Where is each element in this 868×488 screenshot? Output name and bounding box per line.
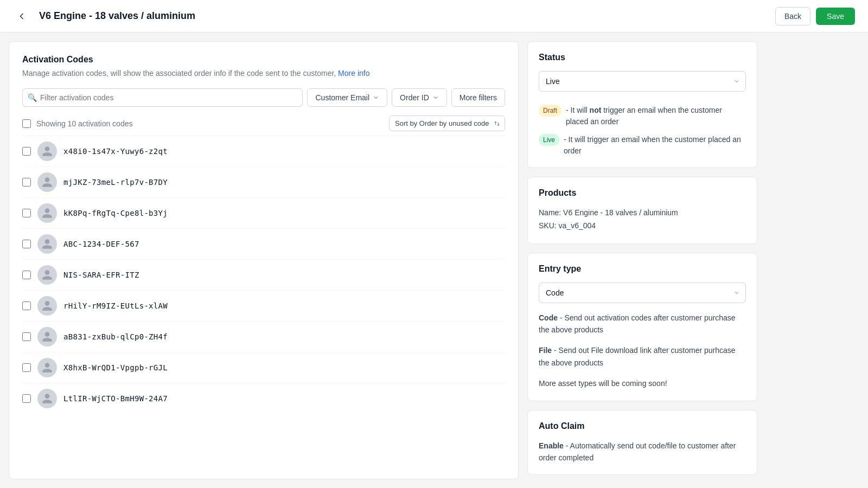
code-value: mjJKZ-73meL-rlp7v-B7DY <box>63 178 168 187</box>
live-badge: Live <box>539 134 559 146</box>
code-entry-desc: Code - Send out activation codes after c… <box>539 312 746 336</box>
search-wrap: 🔍 <box>22 88 303 107</box>
showing-left: Showing 10 activation codes <box>22 119 132 128</box>
code-checkbox-5[interactable] <box>22 301 31 310</box>
table-row: mjJKZ-73meL-rlp7v-B7DY <box>22 166 505 197</box>
code-value: X8hxB-WrQD1-Vpgpb-rGJL <box>63 363 168 372</box>
select-all-checkbox[interactable] <box>22 119 31 128</box>
auto-claim-card: Auto Claim Enable - Automatically send o… <box>527 410 757 476</box>
table-row: LtlIR-WjCTO-BmH9W-24A7 <box>22 383 505 414</box>
code-value: LtlIR-WjCTO-BmH9W-24A7 <box>63 394 168 403</box>
file-strong: File <box>539 346 552 355</box>
code-strong: Code <box>539 313 558 322</box>
avatar <box>37 265 57 285</box>
avatar <box>37 172 57 192</box>
user-icon <box>41 176 53 188</box>
user-icon <box>41 269 53 281</box>
code-checkbox-8[interactable] <box>22 394 31 403</box>
main-panel: Activation Codes Manage activation codes… <box>9 41 519 479</box>
code-checkbox-6[interactable] <box>22 332 31 341</box>
page-title: V6 Engine - 18 valves / aluminium <box>39 10 767 22</box>
enable-desc: - Automatically send out code/file to cu… <box>539 441 736 462</box>
section-desc-text: Manage activation codes, will show the a… <box>22 69 336 78</box>
draft-desc: - It will not trigger an email when the … <box>566 105 746 127</box>
coming-soon-text: More asset types will be coming soon! <box>539 377 746 389</box>
section-desc: Manage activation codes, will show the a… <box>22 69 505 78</box>
code-value: ABC-1234-DEF-567 <box>63 240 139 248</box>
order-id-filter[interactable]: Order ID <box>392 88 447 107</box>
avatar <box>37 142 57 161</box>
avatar <box>37 203 57 223</box>
status-select[interactable]: Live Draft <box>539 71 746 92</box>
more-info-link[interactable]: More info <box>338 69 369 78</box>
filter-row: 🔍 Customer Email Order ID More filters <box>22 88 505 107</box>
table-row: rHilY-rM9IZ-EUtLs-xlAW <box>22 290 505 321</box>
code-checkbox-3[interactable] <box>22 240 31 248</box>
auto-claim-title: Auto Claim <box>539 421 746 431</box>
customer-email-label: Customer Email <box>315 93 369 102</box>
sort-select[interactable]: Sort by Order by unused code Sort by Ord… <box>389 115 505 131</box>
auto-claim-desc: Enable - Automatically send out code/fil… <box>539 440 746 464</box>
code-checkbox-4[interactable] <box>22 271 31 279</box>
products-card-title: Products <box>539 188 746 198</box>
user-icon <box>41 393 53 404</box>
user-icon <box>41 331 53 343</box>
enable-strong: Enable <box>539 441 564 450</box>
draft-status-info: Draft - It will not trigger an email whe… <box>539 105 746 127</box>
user-icon <box>41 145 53 157</box>
entry-type-card: Entry type Code File Code - Send out act… <box>527 253 757 401</box>
avatar <box>37 358 57 377</box>
file-desc-text: - Send out File download link after cust… <box>539 346 736 367</box>
search-input[interactable] <box>22 88 303 107</box>
customer-email-filter[interactable]: Customer Email <box>307 88 387 107</box>
user-icon <box>41 207 53 219</box>
search-icon: 🔍 <box>28 93 37 102</box>
more-filters-button[interactable]: More filters <box>451 88 505 107</box>
product-sku: SKU: va_v6_004 <box>539 220 746 233</box>
file-entry-desc: File - Send out File download link after… <box>539 344 746 369</box>
code-value: kK8Pq-fRgTq-Cpe8l-b3Yj <box>63 209 168 217</box>
back-button[interactable]: Back <box>775 7 810 25</box>
live-desc: - It will trigger an email when the cust… <box>564 134 746 157</box>
avatar <box>37 296 57 316</box>
code-checkbox-1[interactable] <box>22 178 31 187</box>
codes-list: x48i0-1s47x-Yuwy6-z2qt mjJKZ-73meL-rlp7v… <box>22 136 505 414</box>
right-panel: Status Live Draft Draft - It will not tr… <box>527 33 766 488</box>
showing-count: Showing 10 activation codes <box>36 119 132 128</box>
code-value: rHilY-rM9IZ-EUtLs-xlAW <box>63 301 168 310</box>
code-value: aB831-zxBub-qlCp0-ZH4f <box>63 332 168 341</box>
avatar <box>37 327 57 346</box>
table-row: NIS-SARA-EFR-ITZ <box>22 259 505 290</box>
entry-type-select[interactable]: Code File <box>539 282 746 303</box>
live-status-info: Live - It will trigger an email when the… <box>539 134 746 157</box>
save-button[interactable]: Save <box>816 8 855 25</box>
user-icon <box>41 362 53 374</box>
products-card: Products Name: V6 Engine - 18 valves / a… <box>527 177 757 244</box>
table-row: aB831-zxBub-qlCp0-ZH4f <box>22 321 505 352</box>
status-card-title: Status <box>539 53 746 62</box>
header: V6 Engine - 18 valves / aluminium Back S… <box>0 0 868 33</box>
chevron-down-icon <box>373 94 379 101</box>
header-actions: Back Save <box>775 7 855 25</box>
order-id-label: Order ID <box>400 93 429 102</box>
table-row: x48i0-1s47x-Yuwy6-z2qt <box>22 136 505 166</box>
layout: Activation Codes Manage activation codes… <box>0 33 868 488</box>
table-row: kK8Pq-fRgTq-Cpe8l-b3Yj <box>22 197 505 228</box>
table-row: X8hxB-WrQD1-Vpgpb-rGJL <box>22 352 505 383</box>
showing-row: Showing 10 activation codes Sort by Orde… <box>22 115 505 131</box>
user-icon <box>41 238 53 250</box>
section-title: Activation Codes <box>22 55 505 65</box>
code-checkbox-0[interactable] <box>22 147 31 156</box>
avatar <box>37 234 57 254</box>
code-checkbox-7[interactable] <box>22 363 31 372</box>
entry-type-title: Entry type <box>539 264 746 274</box>
status-card: Status Live Draft Draft - It will not tr… <box>527 41 757 168</box>
draft-badge: Draft <box>539 105 561 117</box>
user-icon <box>41 300 53 312</box>
table-row: ABC-1234-DEF-567 <box>22 228 505 259</box>
chevron-down-icon <box>432 94 439 101</box>
back-arrow-button[interactable] <box>13 8 30 25</box>
code-checkbox-2[interactable] <box>22 209 31 217</box>
code-desc-text: - Send out activation codes after custom… <box>539 313 736 334</box>
code-value: NIS-SARA-EFR-ITZ <box>63 271 139 279</box>
